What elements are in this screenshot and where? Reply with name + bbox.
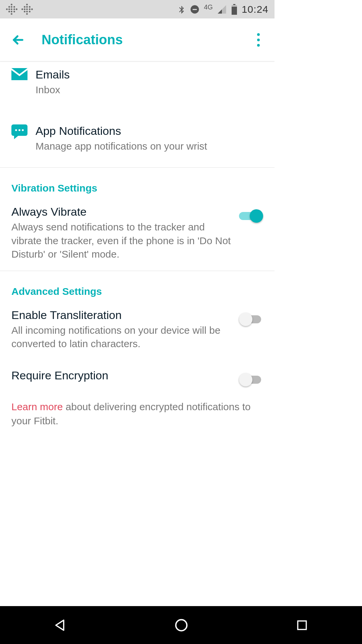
encryption-toggle[interactable] [239, 372, 263, 387]
network-type: 4G [204, 3, 213, 11]
appnotif-title: App Notifications [36, 124, 263, 138]
status-bar: 4G 10:24 [0, 0, 275, 18]
svg-point-7 [18, 129, 20, 131]
appnotif-subtitle: Manage app notifications on your wrist [36, 140, 263, 153]
app-bar: Notifications [0, 18, 275, 61]
vibration-section-header: Vibration Settings [0, 168, 275, 201]
svg-rect-1 [193, 9, 197, 10]
learn-more-link[interactable]: Learn more [11, 401, 63, 412]
chat-icon [11, 124, 32, 139]
encryption-row[interactable]: Require Encryption [0, 360, 275, 396]
transliteration-desc: All incoming notifications on your devic… [11, 324, 232, 351]
svg-point-8 [22, 129, 24, 131]
emails-item[interactable]: Emails Inbox [0, 61, 275, 111]
page-title: Notifications [28, 32, 250, 47]
emails-title: Emails [36, 68, 263, 81]
svg-point-6 [15, 129, 17, 131]
encryption-learn-more: Learn more about delivering encrypted no… [0, 396, 275, 441]
signal-icon [217, 4, 227, 14]
encryption-title: Require Encryption [11, 369, 232, 382]
svg-rect-4 [232, 7, 237, 15]
transliteration-toggle[interactable] [239, 312, 263, 327]
emails-subtitle: Inbox [36, 83, 263, 96]
always-vibrate-title: Always Vibrate [11, 205, 232, 218]
advanced-section-header: Advanced Settings [0, 271, 275, 304]
always-vibrate-row[interactable]: Always Vibrate Always send notifications… [0, 201, 275, 271]
fitbit-icon [6, 4, 17, 15]
always-vibrate-toggle[interactable] [239, 209, 263, 223]
dnd-icon [190, 4, 200, 14]
always-vibrate-desc: Always send notifications to the tracker… [11, 220, 232, 261]
transliteration-title: Enable Transliteration [11, 309, 232, 322]
bluetooth-icon [177, 4, 186, 15]
transliteration-row[interactable]: Enable Transliteration All incoming noti… [0, 304, 275, 360]
content: Emails Inbox App Notifications Manage ap… [0, 61, 275, 450]
fitbit-icon [21, 4, 33, 15]
more-menu-button[interactable] [250, 33, 266, 47]
status-time: 10:24 [242, 4, 268, 15]
back-button[interactable] [8, 33, 28, 47]
app-notifications-item[interactable]: App Notifications Manage app notificatio… [0, 111, 275, 167]
svg-rect-2 [233, 4, 235, 5]
battery-icon [231, 4, 238, 15]
mail-icon [11, 68, 32, 80]
